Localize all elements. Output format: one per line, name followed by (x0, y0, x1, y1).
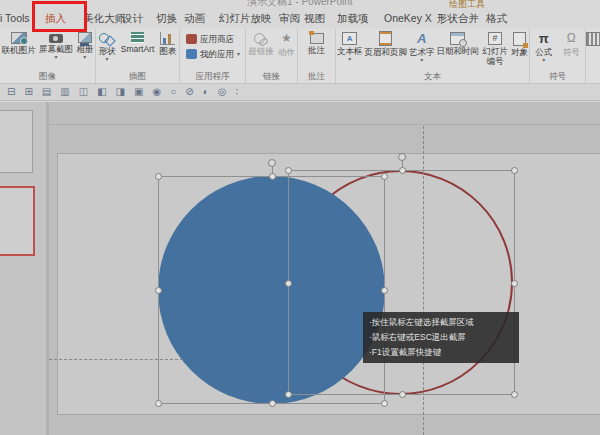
online-pictures-button[interactable]: 联机图片 (2, 30, 36, 55)
comment-icon (310, 33, 324, 44)
tooltip-line: ·F1设置截屏快捷键 (369, 345, 513, 360)
tab-review[interactable]: 审阅 (279, 12, 300, 26)
resize-handle[interactable] (269, 400, 276, 407)
wordart-icon: A (414, 31, 430, 46)
quick-tool-icon[interactable]: ◨ (116, 85, 125, 99)
app-store-button[interactable]: 应用商店 (180, 33, 245, 44)
rotation-handle-icon[interactable] (398, 153, 406, 161)
quick-tool-icon[interactable]: ⊟ (7, 85, 15, 99)
app-store-icon (186, 34, 197, 44)
resize-handle[interactable] (155, 173, 162, 180)
ribbon-group-illustrations: 形状 ▾ SmartArt 图表 插图 (96, 29, 180, 83)
equation-pi-icon: π (536, 31, 552, 46)
tab-design[interactable]: 设计 (122, 12, 143, 26)
slide-thumbnail-2-selected[interactable] (0, 186, 35, 256)
resize-handle[interactable] (511, 167, 518, 174)
smartart-button[interactable]: SmartArt (121, 30, 155, 54)
workspace: ·按住鼠标左键选择截屏区域 ·鼠标右键或ESC退出截屏 ·F1设置截屏快捷键 (0, 102, 600, 435)
action-button[interactable]: ★ 动作 (278, 30, 295, 57)
tab-format[interactable]: 格式 (486, 12, 507, 26)
hyperlink-icon (254, 32, 268, 45)
tab-view[interactable]: 视图 (304, 12, 325, 26)
title-bar: 演示文稿1 - PowerPoint 绘图工具 (0, 0, 600, 8)
quick-tool-icon[interactable]: ⊞ (24, 85, 32, 99)
more-tools-icon[interactable]: ∶ (235, 85, 238, 99)
date-time-button[interactable]: 日期和时间 (437, 30, 480, 56)
resize-handle[interactable] (285, 167, 292, 174)
tab-itools[interactable]: i Tools (0, 12, 30, 24)
quick-tools-bar: ⊟ ⊞ ▤ ▥ ◫ ◧ ◨ ▣ ◉ ○ ⊘ ◐ ◎ ∶ (0, 84, 600, 101)
resize-handle[interactable] (269, 173, 276, 180)
tab-animations[interactable]: 动画 (184, 12, 205, 26)
quick-tool-icon[interactable]: ▣ (134, 85, 143, 99)
equation-button[interactable]: π 公式 ▾ (535, 30, 552, 63)
drawing-tools-contextual-header: 绘图工具 (449, 0, 485, 8)
ribbon-group-apps: 应用商店 我的应用 ▾ 应用程序 (180, 29, 246, 83)
group-label-illustrations: 插图 (96, 71, 179, 82)
chevron-down-icon: ▾ (348, 56, 351, 62)
ribbon-group-links: 超链接 ★ 动作 链接 (246, 29, 298, 83)
screenshot-button[interactable]: 屏幕截图 ▾ (39, 30, 73, 60)
canvas-top-border (49, 124, 600, 125)
photo-album-button[interactable]: 相册 ▾ (76, 30, 93, 60)
quick-tool-icon[interactable]: ▤ (42, 85, 51, 99)
object-button[interactable]: 对象 (511, 30, 528, 57)
resize-handle[interactable] (381, 400, 388, 407)
resize-handle[interactable] (399, 167, 406, 174)
resize-handle[interactable] (155, 400, 162, 407)
resize-handle[interactable] (511, 280, 518, 287)
quick-tool-icon[interactable]: ▥ (60, 85, 69, 99)
insert-ribbon: 联机图片 屏幕截图 ▾ 相册 ▾ 图像 形状 (0, 29, 600, 84)
my-apps-button[interactable]: 我的应用 ▾ (180, 48, 245, 59)
tab-transitions[interactable]: 切换 (156, 12, 177, 26)
header-footer-button[interactable]: 页眉和页脚 (365, 30, 408, 57)
online-pictures-icon (11, 32, 27, 44)
symbol-omega-icon: Ω (563, 31, 579, 46)
resize-handle[interactable] (511, 391, 518, 398)
screenshot-icon (49, 34, 63, 43)
shapes-button[interactable]: 形状 ▾ (99, 30, 116, 62)
slide-thumbnail-panel (0, 102, 49, 435)
group-label-text: 文本 (336, 71, 529, 82)
tab-shape-merge[interactable]: 形状合并 (437, 12, 479, 26)
symbol-button[interactable]: Ω 符号 (563, 30, 580, 57)
video-button[interactable] (586, 30, 600, 46)
tab-meihua-dashi[interactable]: 美化大师 (83, 12, 125, 26)
chart-button[interactable]: 图表 (159, 30, 176, 56)
shape-combine-icon[interactable]: ○ (170, 85, 176, 99)
slide-editing-canvas[interactable]: ·按住鼠标左键选择截屏区域 ·鼠标右键或ESC退出截屏 ·F1设置截屏快捷键 (49, 102, 600, 435)
text-box-icon: A (342, 32, 357, 45)
my-apps-icon (186, 49, 197, 59)
shape-fragment-icon[interactable]: ⊘ (185, 85, 193, 99)
tab-slideshow[interactable]: 幻灯片放映 (219, 12, 272, 26)
rotation-handle-icon[interactable] (268, 159, 276, 167)
quick-tool-icon[interactable]: ◧ (97, 85, 106, 99)
slide-number-icon: # (488, 32, 502, 45)
date-time-icon (450, 32, 465, 45)
screen-capture-tooltip: ·按住鼠标左键选择截屏区域 ·鼠标右键或ESC退出截屏 ·F1设置截屏快捷键 (363, 312, 519, 363)
ribbon-group-symbols: π 公式 ▾ Ω 符号 符号 (530, 29, 586, 83)
wordart-button[interactable]: A 艺术字 ▾ (409, 30, 435, 63)
text-box-button[interactable]: A 文本框 ▾ (337, 30, 363, 62)
header-footer-icon (379, 31, 392, 46)
quick-tool-icon[interactable]: ◫ (79, 85, 88, 99)
shape-subtract-icon[interactable]: ◎ (218, 85, 227, 99)
ribbon-group-text: A 文本框 ▾ 页眉和页脚 A 艺术字 ▾ 日期和时间 (336, 29, 530, 83)
vertical-smart-guide (423, 126, 424, 435)
object-icon (513, 32, 526, 46)
resize-handle[interactable] (381, 173, 388, 180)
resize-handle[interactable] (399, 391, 406, 398)
resize-handle[interactable] (381, 287, 388, 294)
shape-intersect-icon[interactable]: ◐ (203, 85, 209, 99)
chart-icon (160, 32, 175, 45)
slide-number-button[interactable]: # 幻灯片编号 (481, 30, 509, 66)
hyperlink-button[interactable]: 超链接 (248, 30, 274, 56)
comment-button[interactable]: 批注 (308, 30, 325, 55)
tab-onekey[interactable]: OneKey X (384, 12, 432, 24)
shape-union-icon[interactable]: ◉ (153, 85, 162, 99)
slide-thumbnail-1[interactable] (0, 110, 33, 173)
resize-handle[interactable] (155, 287, 162, 294)
shapes-icon (99, 32, 115, 45)
group-label-links: 链接 (246, 71, 297, 82)
tab-addins[interactable]: 加载项 (337, 12, 369, 26)
